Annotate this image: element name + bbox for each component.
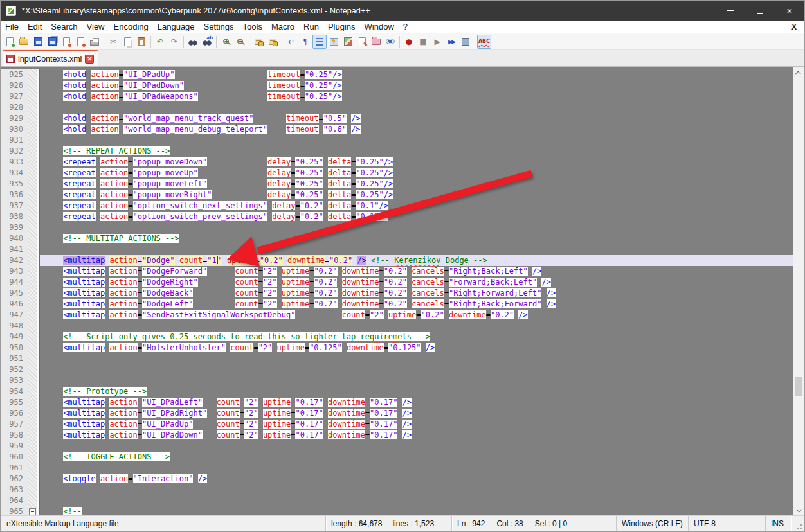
code-line-text[interactable]: <!-- TOGGLE ACTIONS --> (40, 452, 793, 463)
status-encoding[interactable]: UTF-8 (689, 516, 766, 531)
status-eol-format[interactable]: Windows (CR LF) (617, 516, 689, 531)
scroll-down-icon[interactable] (793, 504, 804, 515)
monitoring-button[interactable] (383, 35, 397, 49)
code-line-text[interactable]: <multitap action="UI_DPadRight" count="2… (40, 408, 793, 419)
fold-collapse-icon[interactable] (29, 508, 36, 515)
code-line-text[interactable]: <multitap action="DodgeBack" count="2" u… (40, 288, 793, 299)
zoom-in-button[interactable]: + (219, 35, 233, 49)
code-line-text[interactable]: <repeat action="popup_moveRight" delay="… (40, 190, 793, 200)
resize-grip[interactable] (793, 520, 804, 531)
code-line-text[interactable]: <!-- REPEAT ACTIONS --> (40, 146, 793, 157)
paste-button[interactable] (134, 35, 149, 49)
print-button[interactable] (87, 35, 102, 49)
close-button[interactable] (59, 35, 73, 49)
sync-vertical-button[interactable] (251, 35, 266, 49)
code-line-text[interactable] (40, 244, 793, 255)
macro-play-button[interactable]: ▶ (430, 35, 444, 49)
close-all-button[interactable] (73, 35, 87, 49)
menu-item-plugins[interactable]: Plugins (323, 21, 360, 33)
document-switcher-button[interactable] (355, 35, 369, 49)
code-line-text[interactable] (40, 135, 793, 146)
code-line-text[interactable] (40, 495, 793, 506)
maximize-button[interactable] (745, 1, 775, 21)
code-area[interactable]: 925 <hold action="UI_DPadUp" timeout="0.… (1, 67, 793, 515)
code-line-text[interactable]: <multitap action="DodgeLeft" count="2" u… (40, 299, 793, 310)
code-line-text[interactable]: <multitap action="SendFastExitSignalWork… (40, 310, 793, 321)
code-line-text[interactable]: <hold action="world_map_menu_debug_telep… (40, 124, 793, 135)
code-line-text[interactable]: <repeat action="popup_moveLeft" delay="0… (40, 179, 793, 190)
folder-as-workspace-button[interactable] (369, 35, 383, 49)
code-line-text[interactable] (40, 321, 793, 332)
code-line-text[interactable] (40, 441, 793, 452)
code-line-text[interactable]: <hold action="UI_DPadUp" timeout="0.25"/… (40, 69, 793, 80)
code-line-text[interactable]: <multitap action="DodgeForward" count="2… (40, 266, 793, 277)
menu-item-file[interactable]: File (1, 21, 23, 33)
code-line-text[interactable]: <!-- (40, 506, 793, 515)
minimize-button[interactable] (716, 1, 745, 21)
scroll-up-icon[interactable] (793, 67, 804, 78)
close-button[interactable]: × (775, 1, 804, 21)
menu-item-run[interactable]: Run (299, 21, 323, 33)
code-line-text[interactable]: <repeat action="popup_moveDown" delay="0… (40, 157, 793, 168)
code-line-text[interactable]: <!-- MULTITAP ACTIONS --> (40, 233, 793, 244)
code-line-text[interactable]: <multitap action="UI_DPadLeft" count="2"… (40, 397, 793, 408)
code-line-text[interactable]: <multitap action="HolsterUnholster" coun… (40, 342, 793, 353)
tab-close-icon[interactable]: ✕ (85, 55, 94, 64)
redo-button[interactable]: ↷ (167, 35, 181, 49)
cut-button[interactable]: ✂ (106, 35, 120, 49)
code-line-text[interactable]: <!-- Prototype --> (40, 386, 793, 397)
code-line-text[interactable]: <multitap action="DodgeRight" count="2" … (40, 277, 793, 288)
macro-stop-button[interactable]: ■ (416, 35, 430, 49)
show-all-characters-button[interactable]: ¶ (298, 35, 312, 49)
spell-check-button[interactable]: ABC (477, 35, 491, 49)
document-close-x[interactable]: X (784, 22, 804, 31)
code-line-text[interactable]: <multitap action="UI_DPadUp" count="2" u… (40, 419, 793, 430)
code-line-text[interactable]: <repeat action="option_switch_prev_setti… (40, 211, 793, 222)
code-line-text[interactable] (40, 484, 793, 495)
menu-item-tools[interactable]: Tools (239, 21, 267, 33)
menu-item-search[interactable]: Search (46, 21, 82, 33)
sync-horizontal-button[interactable] (266, 35, 280, 49)
menu-item-[interactable]: ? (399, 21, 412, 33)
code-line-text[interactable] (40, 463, 793, 474)
macro-record-button[interactable]: ● (402, 35, 416, 49)
code-line-text[interactable]: <repeat action="popup_moveUp" delay="0.2… (40, 168, 793, 179)
scrollbar-thumb[interactable] (795, 377, 802, 396)
tab-inputcontexts[interactable]: inputContexts.xml ✕ (3, 50, 98, 66)
new-file-button[interactable] (3, 35, 17, 49)
code-line-text[interactable] (40, 364, 793, 375)
open-button[interactable] (17, 35, 31, 49)
menu-item-language[interactable]: Language (153, 21, 199, 33)
vertical-scrollbar[interactable] (793, 67, 804, 515)
code-line-text[interactable] (40, 222, 793, 233)
menu-item-view[interactable]: View (82, 21, 109, 33)
code-line-text[interactable] (40, 353, 793, 364)
word-wrap-button[interactable]: ↵ (284, 35, 298, 49)
status-insert-mode[interactable]: INS (766, 516, 791, 531)
code-line-text[interactable]: <hold action="UI_DPadWeapons" timeout="0… (40, 91, 793, 102)
save-button[interactable] (31, 35, 45, 49)
code-line-text[interactable]: <multitap action="UI_DPadDown" count="2"… (40, 430, 793, 441)
menu-item-encoding[interactable]: Encoding (109, 21, 153, 33)
save-all-button[interactable] (45, 35, 59, 49)
indent-guide-button[interactable] (312, 35, 327, 49)
code-line-text[interactable]: <!-- Script only gives 0.25 seconds to r… (40, 332, 793, 342)
code-line-text[interactable] (40, 102, 793, 113)
code-line-text[interactable]: <hold action="world_map_menu_track_quest… (40, 113, 793, 124)
find-button[interactable] (186, 35, 200, 49)
code-line-text[interactable] (40, 375, 793, 386)
macro-run-multiple-button[interactable]: ▶▶ (444, 35, 458, 49)
replace-button[interactable] (200, 35, 214, 49)
code-line-text[interactable]: <repeat action="option_switch_next_setti… (40, 200, 793, 211)
menu-item-macro[interactable]: Macro (267, 21, 299, 33)
zoom-out-button[interactable]: − (233, 35, 247, 49)
menu-item-window[interactable]: Window (360, 21, 399, 33)
document-map-button[interactable] (341, 35, 355, 49)
function-completion-button[interactable]: ϟ (327, 35, 341, 49)
macro-save-button[interactable] (458, 35, 473, 49)
menu-item-edit[interactable]: Edit (23, 21, 46, 33)
menu-item-settings[interactable]: Settings (199, 21, 239, 33)
code-line-text[interactable]: <hold action="UI_DPadDown" timeout="0.25… (40, 80, 793, 91)
copy-button[interactable] (120, 35, 134, 49)
code-line-text[interactable]: <multitap action="Dodge" count="1" uptim… (40, 255, 793, 266)
